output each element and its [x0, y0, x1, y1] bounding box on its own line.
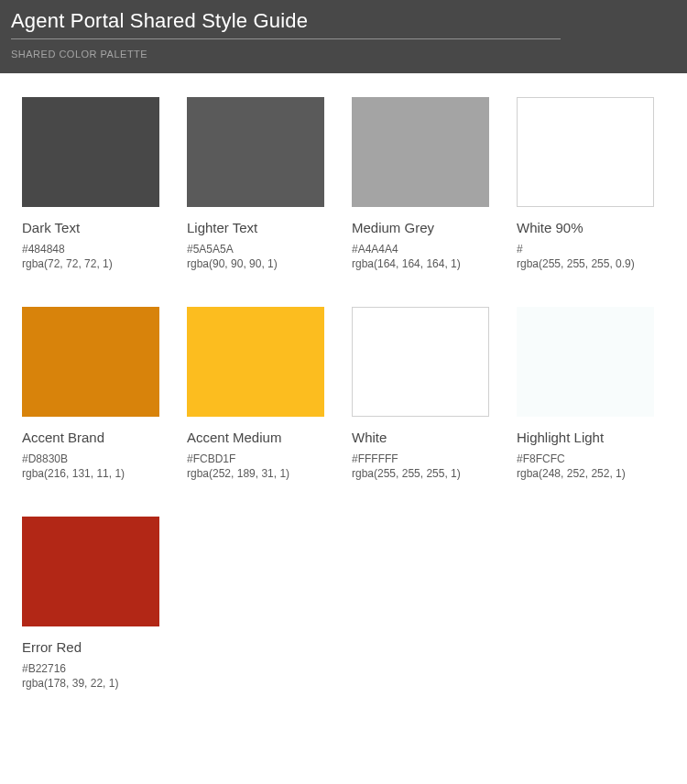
color-swatch-card: White 90%#rgba(255, 255, 255, 0.9) [517, 97, 654, 270]
swatch-name-label: Highlight Light [517, 430, 654, 445]
swatch-rgba-value: rgba(255, 255, 255, 0.9) [517, 257, 654, 270]
swatch-rgba-value: rgba(255, 255, 255, 1) [352, 467, 489, 480]
swatch-hex-value: #484848 [22, 243, 159, 256]
color-swatch-box [517, 97, 654, 207]
swatch-rgba-value: rgba(178, 39, 22, 1) [22, 677, 159, 690]
swatch-name-label: White 90% [517, 220, 654, 235]
swatch-name-label: Lighter Text [187, 220, 324, 235]
color-swatch-card: Lighter Text#5A5A5Argba(90, 90, 90, 1) [187, 97, 324, 270]
swatch-hex-value: #F8FCFC [517, 452, 654, 465]
color-swatch-card: Highlight Light#F8FCFCrgba(248, 252, 252… [517, 307, 654, 480]
swatch-rgba-value: rgba(164, 164, 164, 1) [352, 257, 489, 270]
color-swatch-box [22, 307, 159, 417]
swatch-name-label: Accent Brand [22, 430, 159, 445]
swatch-hex-value: #D8830B [22, 452, 159, 465]
section-label: Shared Color Palette [11, 49, 676, 60]
swatch-rgba-value: rgba(90, 90, 90, 1) [187, 257, 324, 270]
swatch-hex-value: #FCBD1F [187, 452, 324, 465]
swatch-rgba-value: rgba(72, 72, 72, 1) [22, 257, 159, 270]
color-swatch-box [22, 97, 159, 207]
swatch-name-label: White [352, 430, 489, 445]
swatch-hex-value: # [517, 243, 654, 256]
color-swatch-card: White#FFFFFFrgba(255, 255, 255, 1) [352, 307, 489, 480]
swatch-hex-value: #FFFFFF [352, 452, 489, 465]
color-swatch-box [187, 307, 324, 417]
color-swatch-card: Error Red#B22716rgba(178, 39, 22, 1) [22, 517, 159, 690]
color-swatch-grid: Dark Text#484848rgba(72, 72, 72, 1)Light… [0, 73, 687, 713]
swatch-hex-value: #B22716 [22, 662, 159, 675]
swatch-hex-value: #A4A4A4 [352, 243, 489, 256]
color-swatch-card: Medium Grey#A4A4A4rgba(164, 164, 164, 1) [352, 97, 489, 270]
color-swatch-box [517, 307, 654, 417]
color-swatch-box [187, 97, 324, 207]
page-title: Agent Portal Shared Style Guide [11, 9, 561, 39]
color-swatch-box [352, 97, 489, 207]
color-swatch-card: Dark Text#484848rgba(72, 72, 72, 1) [22, 97, 159, 270]
swatch-name-label: Dark Text [22, 220, 159, 235]
swatch-rgba-value: rgba(216, 131, 11, 1) [22, 467, 159, 480]
swatch-rgba-value: rgba(248, 252, 252, 1) [517, 467, 654, 480]
swatch-hex-value: #5A5A5A [187, 243, 324, 256]
color-swatch-box [352, 307, 489, 417]
swatch-rgba-value: rgba(252, 189, 31, 1) [187, 467, 324, 480]
color-swatch-card: Accent Brand#D8830Brgba(216, 131, 11, 1) [22, 307, 159, 480]
color-swatch-box [22, 517, 159, 626]
swatch-name-label: Accent Medium [187, 430, 324, 445]
page-header: Agent Portal Shared Style Guide Shared C… [0, 0, 687, 73]
swatch-name-label: Medium Grey [352, 220, 489, 235]
color-swatch-card: Accent Medium#FCBD1Frgba(252, 189, 31, 1… [187, 307, 324, 480]
swatch-name-label: Error Red [22, 639, 159, 655]
